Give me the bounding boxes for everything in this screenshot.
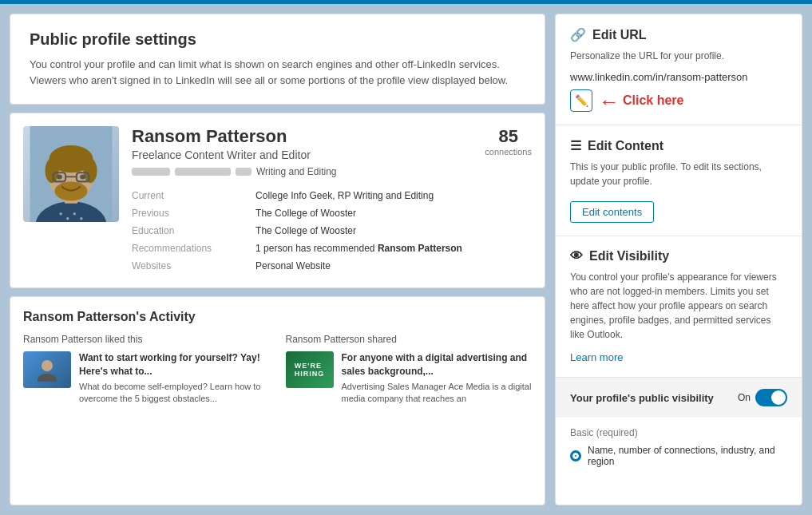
- radio-dot: [570, 450, 581, 462]
- learn-more-link[interactable]: Learn more: [570, 351, 623, 363]
- right-panel: 🔗 Edit URL Personalize the URL for your …: [555, 14, 802, 505]
- edit-content-section: ☰ Edit Content This is your public profi…: [556, 125, 802, 236]
- pencil-icon: ✏️: [575, 94, 588, 107]
- current-value: College Info Geek, RP Writing and Editin…: [255, 187, 532, 204]
- activity-item-2: WE'REHIRING For anyone with a digital ad…: [286, 351, 533, 405]
- activity-sub-1: What do become self-employed? Learn how …: [79, 381, 270, 406]
- connections-block: 85 connections: [485, 126, 532, 156]
- settings-description: You control your profile and can limit w…: [30, 57, 525, 88]
- activity-col-2: Ransom Patterson shared WE'REHIRING For …: [286, 334, 533, 411]
- edit-visibility-section: 👁 Edit Visibility You control your profi…: [556, 236, 802, 378]
- svg-point-15: [57, 174, 62, 179]
- svg-point-16: [80, 174, 85, 179]
- arrow-annotation: ✏️ ← Click here: [570, 89, 787, 112]
- svg-point-9: [45, 158, 58, 183]
- tag-pill-2: [175, 168, 231, 176]
- svg-point-5: [80, 217, 82, 220]
- websites-label: Websites: [132, 257, 255, 275]
- url-display: www.linkedin.com/in/ransom-patterson: [570, 71, 787, 83]
- detail-row-websites: Websites Personal Website: [132, 257, 532, 275]
- activity-headline-2: For anyone with a digital advertising an…: [342, 351, 533, 378]
- detail-row-education: Education The College of Wooster: [132, 222, 532, 240]
- education-value: The College of Wooster: [255, 222, 532, 240]
- edit-url-heading: 🔗 Edit URL: [570, 27, 787, 42]
- profile-details: Current College Info Geek, RP Writing an…: [132, 187, 532, 275]
- radio-item[interactable]: Name, number of connections, industry, a…: [570, 445, 787, 467]
- svg-point-17: [42, 360, 53, 371]
- edit-url-desc: Personalize the URL for your profile.: [570, 49, 787, 63]
- profile-info: Ransom Patterson Freelance Content Write…: [132, 126, 532, 275]
- edit-content-heading: ☰ Edit Content: [570, 138, 787, 153]
- svg-point-4: [73, 212, 76, 215]
- detail-row-previous: Previous The College of Wooster: [132, 204, 532, 222]
- edit-visibility-heading: 👁 Edit Visibility: [570, 249, 787, 263]
- toggle-on-label: On: [738, 392, 751, 403]
- left-panel: Public profile settings You control your…: [10, 14, 545, 505]
- toggle-knob: [771, 390, 786, 405]
- lines-icon: ☰: [570, 138, 581, 153]
- previous-label: Previous: [132, 204, 255, 222]
- radio-label: Name, number of connections, industry, a…: [588, 445, 787, 467]
- svg-point-2: [59, 212, 61, 215]
- edit-url-title: Edit URL: [592, 28, 647, 42]
- activity-headline-1: Want to start working for yourself? Yay!…: [79, 351, 270, 378]
- profile-name: Ransom Patterson: [132, 126, 337, 147]
- recommendations-value: 1 person has recommended Ransom Patterso…: [255, 240, 532, 257]
- link-icon: 🔗: [570, 27, 586, 42]
- tag-text: Writing and Editing: [256, 166, 337, 177]
- visibility-toggle[interactable]: [755, 389, 787, 406]
- detail-row-recommendations: Recommendations 1 person has recommended…: [132, 240, 532, 257]
- activity-text-1: Want to start working for yourself? Yay!…: [79, 351, 270, 405]
- eye-icon: 👁: [570, 249, 583, 263]
- visibility-toggle-section: Your profile's public visibility On: [556, 378, 802, 418]
- svg-point-3: [66, 217, 69, 220]
- activity-sub-2: Advertising Sales Manager Ace Media is a…: [342, 381, 533, 406]
- current-label: Current: [132, 187, 255, 204]
- profile-job-title: Freelance Content Writer and Editor: [132, 149, 337, 161]
- activity-item-1: Want to start working for yourself? Yay!…: [23, 351, 270, 405]
- edit-url-button[interactable]: ✏️: [570, 89, 592, 112]
- recommendations-name: Ransom Patterson: [378, 243, 462, 254]
- visibility-row: Your profile's public visibility On: [570, 389, 787, 406]
- education-label: Education: [132, 222, 255, 240]
- activity-title: Ransom Patterson's Activity: [23, 310, 532, 324]
- edit-content-title: Edit Content: [588, 139, 663, 153]
- edit-visibility-desc: You control your profile's appearance fo…: [570, 270, 787, 342]
- previous-value: The College of Wooster: [255, 204, 532, 222]
- click-here-annotation: ← Click here: [599, 89, 683, 112]
- toggle-row: On: [738, 389, 787, 406]
- click-here-label: Click here: [623, 93, 683, 108]
- profile-photo: [23, 126, 119, 222]
- svg-point-10: [83, 158, 97, 183]
- tag-pill-3: [236, 168, 252, 176]
- basic-section: Basic (required) Name, number of connect…: [556, 418, 802, 477]
- websites-value: Personal Website: [255, 257, 532, 275]
- tag-pill-1: [132, 168, 170, 176]
- profile-card: Ransom Patterson Freelance Content Write…: [10, 113, 545, 288]
- detail-row-current: Current College Info Geek, RP Writing an…: [132, 187, 532, 204]
- edit-url-section: 🔗 Edit URL Personalize the URL for your …: [556, 14, 802, 125]
- activity-thumb-1: [23, 351, 71, 388]
- recommendations-pre: 1 person has recommended: [255, 243, 378, 254]
- connections-label: connections: [485, 147, 532, 156]
- activity-thumb-2: WE'REHIRING: [286, 351, 334, 388]
- profile-tags: Writing and Editing: [132, 166, 337, 177]
- activity-section: Ransom Patterson's Activity Ransom Patte…: [10, 296, 545, 505]
- activity-grid: Ransom Patterson liked this Want t: [23, 334, 532, 411]
- activity-col-1: Ransom Patterson liked this Want t: [23, 334, 270, 411]
- svg-point-18: [38, 374, 57, 382]
- arrow-icon: ←: [599, 91, 620, 112]
- basic-label: Basic (required): [570, 427, 787, 438]
- thumb-hiring: WE'REHIRING: [286, 351, 334, 388]
- thumb-blue: [23, 351, 71, 388]
- page-title: Public profile settings: [30, 30, 525, 49]
- settings-header: Public profile settings You control your…: [10, 14, 545, 105]
- connections-number: 85: [485, 126, 532, 147]
- recommendations-label: Recommendations: [132, 240, 255, 257]
- edit-contents-button[interactable]: Edit contents: [570, 201, 654, 223]
- activity-col1-user: Ransom Patterson liked this: [23, 334, 270, 345]
- edit-visibility-title: Edit Visibility: [589, 249, 669, 263]
- activity-col2-user: Ransom Patterson shared: [286, 334, 533, 345]
- edit-content-desc: This is your public profile. To edit its…: [570, 160, 787, 188]
- activity-text-2: For anyone with a digital advertising an…: [342, 351, 533, 405]
